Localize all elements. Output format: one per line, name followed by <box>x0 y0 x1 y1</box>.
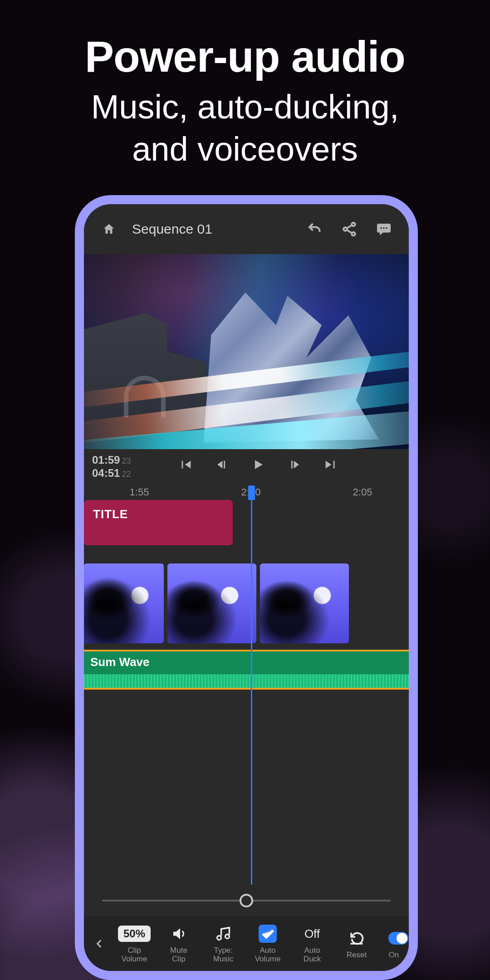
skip-prev-icon <box>178 457 193 472</box>
svg-point-1 <box>343 227 347 231</box>
volume-icon <box>171 926 187 942</box>
tool-label: Reset <box>347 951 367 959</box>
frame-fwd-icon <box>287 457 302 472</box>
clip-volume-value: 50% <box>118 926 151 942</box>
tool-on-toggle[interactable]: On <box>379 924 409 963</box>
home-button[interactable] <box>98 222 120 236</box>
tool-label: Duck <box>304 955 321 963</box>
app-screen: Sequence 01 01:5923 04:5122 <box>84 204 409 971</box>
reset-icon <box>348 930 365 946</box>
share-button[interactable] <box>338 221 361 237</box>
tool-label: Clip <box>127 946 141 955</box>
tool-mute-clip[interactable]: MuteClip <box>157 924 201 963</box>
toggle-on-icon <box>388 932 408 945</box>
frame-back-button[interactable] <box>213 456 231 474</box>
top-bar: Sequence 01 <box>84 204 409 254</box>
zoom-slider[interactable] <box>102 900 391 902</box>
promo-block: Power-up audio Music, auto-ducking, and … <box>0 0 490 170</box>
video-clip[interactable] <box>84 564 164 643</box>
svg-point-3 <box>380 227 382 229</box>
tool-label: Music <box>213 955 233 963</box>
checkbox-checked-icon <box>259 925 277 943</box>
play-button[interactable] <box>249 456 267 474</box>
frame-back-icon <box>214 457 230 472</box>
undo-icon <box>307 221 323 237</box>
svg-point-5 <box>386 227 387 229</box>
promo-sub-line1: Music, auto-ducking, <box>91 88 399 126</box>
device-frame: Sequence 01 01:5923 04:5122 <box>75 195 418 980</box>
toolbar-back-button[interactable] <box>87 938 112 950</box>
bottom-toolbar: 50% ClipVolume MuteClip Type:Music AutoV… <box>84 916 409 971</box>
time-ruler[interactable]: 1:55 2:00 2:05 <box>84 485 409 500</box>
tool-auto-volume[interactable]: AutoVolume <box>245 924 290 963</box>
current-time: 01:59 <box>92 454 120 466</box>
total-time: 04:51 <box>92 467 120 479</box>
share-icon <box>341 221 358 237</box>
undo-button[interactable] <box>304 221 326 237</box>
prev-clip-button[interactable] <box>176 456 195 474</box>
total-frames: 22 <box>122 470 131 479</box>
zoom-slider-row <box>84 885 409 916</box>
sequence-title[interactable]: Sequence 01 <box>132 221 212 237</box>
title-clip[interactable]: TITLE <box>84 500 233 545</box>
ruler-tick: 1:55 <box>130 486 149 498</box>
video-preview[interactable] <box>84 254 409 449</box>
transport-buttons <box>131 456 403 474</box>
video-clip[interactable] <box>260 564 349 643</box>
tool-clip-volume[interactable]: 50% ClipVolume <box>112 924 157 963</box>
skip-next-icon <box>323 457 338 472</box>
video-track[interactable] <box>84 564 409 643</box>
tool-label: Volume <box>122 955 147 963</box>
tool-auto-duck[interactable]: Off AutoDuck <box>290 924 334 963</box>
transport-bar: 01:5923 04:5122 <box>84 449 409 485</box>
tool-reset[interactable]: Reset <box>334 924 379 963</box>
tool-label: On <box>389 951 399 959</box>
zoom-thumb[interactable] <box>240 894 253 907</box>
tool-label: Auto <box>304 946 320 955</box>
promo-sub-line2: and voiceovers <box>132 130 358 168</box>
svg-point-2 <box>352 232 355 236</box>
video-clip[interactable] <box>167 564 256 643</box>
ruler-tick: 2:05 <box>353 486 372 498</box>
current-frames: 23 <box>122 456 131 466</box>
timeline[interactable]: TITLE Sum Wave <box>84 500 409 885</box>
music-icon <box>215 926 231 942</box>
playhead[interactable] <box>251 500 252 885</box>
tool-label: Volume <box>255 955 281 963</box>
promo-title: Power-up audio <box>0 32 490 82</box>
tool-type-music[interactable]: Type:Music <box>201 924 245 963</box>
home-icon <box>101 222 117 236</box>
title-clip-label: TITLE <box>93 507 128 521</box>
svg-point-0 <box>352 223 355 226</box>
chevron-left-icon <box>93 938 105 950</box>
frame-fwd-button[interactable] <box>285 456 304 474</box>
auto-duck-value: Off <box>304 927 320 941</box>
tool-label: Mute <box>170 946 187 955</box>
tool-label: Clip <box>172 955 185 963</box>
timecode[interactable]: 01:5923 04:5122 <box>92 454 131 480</box>
tool-label: Auto <box>260 946 276 955</box>
feedback-button[interactable] <box>372 221 395 237</box>
audio-clip-label: Sum Wave <box>84 652 156 673</box>
svg-point-4 <box>383 227 385 229</box>
chat-icon <box>376 221 392 237</box>
promo-subtitle: Music, auto-ducking, and voiceovers <box>0 86 490 170</box>
tool-label: Type: <box>214 946 233 955</box>
audio-clip[interactable]: Sum Wave <box>84 650 409 690</box>
play-icon <box>250 457 266 472</box>
next-clip-button[interactable] <box>322 456 340 474</box>
